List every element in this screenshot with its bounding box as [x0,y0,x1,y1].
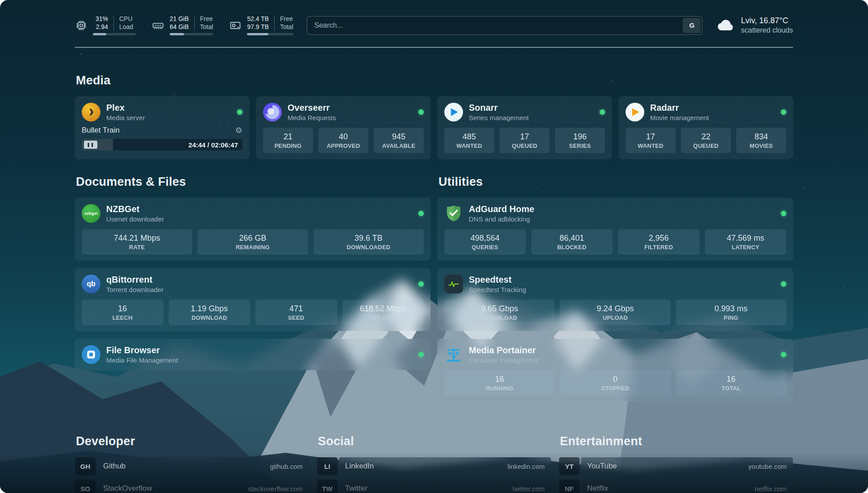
nzbget-icon: nzbget [82,204,100,223]
service-name: NZBGet [106,204,164,214]
bookmark-netflix[interactable]: NF Netflix netflix.com [559,480,793,493]
disk-progress-bar [247,33,293,35]
section-utilities: Utilities AdGuard Home DNS and adblockin… [438,175,793,409]
service-card-plex[interactable]: Plex Media server Bullet Train ⚙ ❚❚ [75,96,249,159]
speedtest-icon [444,275,463,293]
service-card-radarr[interactable]: Radarr Movie management 17 WANTED 22 QUE… [619,96,793,159]
plex-icon [82,103,100,121]
bookmarks: Developer GH Github github.com SO StackO… [75,435,793,493]
dashboard: 31% CPU 2.94 Load 21 GiB Free [0,0,868,493]
bookmark-url: linkedin.com [508,463,545,470]
weather-condition: scattered clouds [741,26,793,34]
cpu-widget: 31% CPU 2.94 Load [75,15,136,35]
service-name: qBittorrent [106,274,163,285]
stat-running: 16 RUNNING [444,370,555,396]
stat-blocked: 86,401 BLOCKED [531,229,613,255]
bookmark-stackoverflow[interactable]: SO StackOverflow stackoverflow.com [75,480,309,493]
stat-download: 9.65 Gbps DOWNLOAD [444,300,555,325]
service-subtitle: Media Requests [288,113,336,122]
disk-free-value: 52.4 TB [247,15,269,23]
system-stats: 31% CPU 2.94 Load 21 GiB Free [75,15,293,35]
service-subtitle: Usenet downloader [106,215,164,223]
service-subtitle: DNS and adblocking [469,215,534,223]
stat-upload: 9.24 Gbps UPLOAD [560,300,670,325]
cpu-usage-value: 31% [93,15,108,23]
stat-downloaded: 39.6 TB DOWNLOADED [313,229,424,255]
status-dot [237,109,242,115]
stat-seed: 471 SEED [255,300,337,325]
settings-icon[interactable]: ⚙ [235,126,242,134]
section-title-entertainment: Entertainment [560,435,793,448]
bookmark-group-developer: Developer GH Github github.com SO StackO… [75,435,309,493]
bookmark-name: YouTube [587,462,617,471]
radarr-icon [626,103,644,121]
stat-filtered: 2,956 FILTERED [618,229,700,255]
adguard-icon [444,204,463,223]
cpu-load-value: 2.94 [93,23,108,31]
qbittorrent-icon: qb [82,275,100,293]
stat-available: 945 AVAILABLE [374,128,424,153]
section-media: Media Plex Media server [75,74,793,159]
stat-rate: 744.21 Mbps RATE [82,229,192,255]
search-provider-button[interactable]: G [683,18,701,33]
bookmark-url: github.com [270,463,303,470]
service-card-portainer[interactable]: Media Portainer Container management 16 … [438,339,793,401]
memory-free-label: Free [194,15,213,23]
disk-total-value: 97.9 TB [247,23,269,31]
service-card-qbittorrent[interactable]: qb qBittorrent Torrent downloader 16 LEE… [75,268,430,331]
bookmark-url: netflix.com [755,485,787,493]
bookmark-group-social: Social LI LinkedIn linkedin.com TW Twitt… [317,435,551,493]
bookmark-youtube[interactable]: YT YouTube youtube.com [559,457,793,475]
service-name: Radarr [650,102,709,113]
service-subtitle: Speedtest Tracking [469,285,526,294]
service-name: Sonarr [469,102,529,113]
stat-wanted: 485 WANTED [444,128,494,153]
section-documents: Documents & Files nzbget NZBGet Usenet d… [75,175,430,409]
service-card-adguard[interactable]: AdGuard Home DNS and adblocking 498,564 … [438,198,793,260]
bookmark-linkedin[interactable]: LI LinkedIn linkedin.com [317,457,551,475]
stat-upload: 618.52 Mbps UPLOAD [342,300,424,325]
service-subtitle: Media File Management [106,356,178,364]
status-dot [781,352,786,357]
status-dot [418,211,424,216]
bookmark-name: StackOverflow [103,484,152,493]
service-card-sonarr[interactable]: Sonarr Series management 485 WANTED 17 Q… [438,96,612,159]
sonarr-icon [444,103,463,121]
service-name: Plex [106,102,145,113]
stat-leech: 16 LEECH [82,300,163,325]
portainer-icon [444,345,463,364]
service-subtitle: Series management [469,113,529,122]
service-name: Speedtest [469,274,526,285]
search-bar: G [307,16,703,35]
status-dot [600,109,605,115]
overseerr-icon [263,103,282,121]
memory-free-value: 21 GiB [170,15,189,23]
service-card-nzbget[interactable]: nzbget NZBGet Usenet downloader 744.21 M… [75,198,430,260]
search-input[interactable] [307,16,703,35]
status-dot [781,109,786,115]
service-card-filebrowser[interactable]: File Browser Media File Management [75,339,430,370]
weather-widget[interactable]: Lviv, 16.87°C scattered clouds [716,16,793,35]
bookmark-name: Netflix [587,484,608,493]
bookmark-abbr: YT [559,457,580,475]
status-dot [781,281,786,287]
bookmark-name: LinkedIn [345,462,374,471]
status-dot [418,109,424,115]
bookmark-github[interactable]: GH Github github.com [75,457,309,475]
status-dot [781,211,786,216]
stat-movies: 834 MOVIES [736,128,786,153]
service-name: AdGuard Home [469,204,534,214]
stat-queries: 498,564 QUERIES [444,229,526,255]
playback-progress-bar[interactable]: ❚❚ 24:44 / 02:06:47 [82,139,242,150]
bookmark-abbr: SO [75,480,96,493]
pause-button[interactable]: ❚❚ [84,141,97,149]
cpu-label: CPU [113,15,136,23]
service-name: Overseerr [288,102,336,113]
now-playing: Bullet Train ⚙ ❚❚ 24:44 / 02:06:47 [82,126,242,150]
service-card-overseerr[interactable]: Overseerr Media Requests 21 PENDING 40 A… [256,96,430,159]
bookmark-twitter[interactable]: TW Twitter twitter.com [317,480,551,493]
bookmark-name: Github [103,462,125,471]
stat-ping: 0.993 ms PING [676,300,786,325]
service-card-speedtest[interactable]: Speedtest Speedtest Tracking 9.65 Gbps D… [438,268,793,331]
disk-icon [229,19,242,32]
